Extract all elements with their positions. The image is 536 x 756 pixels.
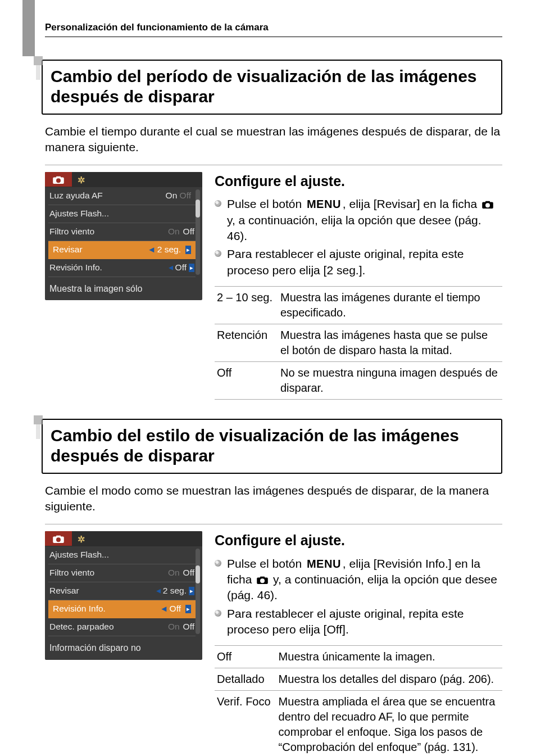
step-heading: Configure el ajuste. xyxy=(215,531,502,550)
camera-icon xyxy=(480,197,495,210)
menu-scrollbar xyxy=(196,189,200,275)
menu-item-label: Revisión Info. xyxy=(49,262,102,274)
step-heading: Configure el ajuste. xyxy=(215,172,502,191)
menu-scrollbar xyxy=(196,549,200,634)
section-title-1: Cambio del período de visualización de l… xyxy=(42,60,502,115)
menu-item-label: Filtro viento xyxy=(49,567,94,579)
menu-list-1: Luz ayuda AF On Off Ajustes Flash... Fil… xyxy=(45,187,202,278)
menu-item-value: Off xyxy=(183,622,194,631)
menu-item-label: Ajustes Flash... xyxy=(49,549,109,561)
side-tab-decoration xyxy=(22,0,35,56)
menu-item-value: Off xyxy=(183,227,194,236)
camera-menu-screenshot-2: ✲ Ajustes Flash... Filtro viento OnOff R… xyxy=(45,531,202,660)
tab-tools-icon: ✲ xyxy=(72,531,90,547)
menu-item-value: Off xyxy=(183,568,194,577)
menu-item-selected: Revisar ◂2 seg.▸ xyxy=(48,241,196,259)
menu-item-label: Ajustes Flash... xyxy=(49,208,109,220)
menu-item-label: Filtro viento xyxy=(49,226,94,238)
menu-item-value: Off xyxy=(175,262,187,274)
divider xyxy=(45,165,502,165)
menu-item-label: Detec. parpadeo xyxy=(49,621,114,633)
camera-icon xyxy=(255,573,270,586)
menu-item-value: 2 seg. xyxy=(163,585,187,597)
options-table-1: 2 – 10 seg.Muestra las imágenes durante … xyxy=(215,286,502,400)
menu-item-label: Luz ayuda AF xyxy=(49,190,103,202)
section-title-2: Cambio del estilo de visualización de la… xyxy=(42,419,502,474)
menu-item-value: On xyxy=(166,191,178,200)
section-lead-2: Cambie el modo como se muestran las imág… xyxy=(45,483,502,515)
menu-caption: Información disparo no xyxy=(45,637,202,660)
section-marker-icon xyxy=(34,415,43,424)
menu-caption: Muestra la imagen sólo xyxy=(45,278,202,301)
section-lead-1: Cambie el tiempo durante el cual se mues… xyxy=(45,124,502,156)
divider xyxy=(45,524,502,524)
instruction-item: Pulse el botón MENU, elija [Revisar] en … xyxy=(215,196,502,244)
menu-item-selected: Revisión Info. ◂Off▸ xyxy=(48,600,196,618)
camera-menu-screenshot-1: ✲ Luz ayuda AF On Off Ajustes Flash... F… xyxy=(45,172,202,301)
instruction-item: Para restablecer el ajuste original, rep… xyxy=(215,606,502,638)
tab-tools-icon: ✲ xyxy=(72,172,90,188)
tab-camera-icon xyxy=(45,172,72,187)
options-table-2: OffMuestra únicamente la imagen. Detalla… xyxy=(215,645,502,756)
breadcrumb: Personalización del funcionamiento de la… xyxy=(45,0,502,37)
instruction-item: Para restablecer el ajuste original, rep… xyxy=(215,246,502,278)
menu-item-label: Revisar xyxy=(49,585,79,597)
menu-glyph: MENU xyxy=(305,558,343,570)
section-marker-icon xyxy=(34,56,43,65)
tab-camera-icon xyxy=(45,531,72,546)
menu-list-2: Ajustes Flash... Filtro viento OnOff Rev… xyxy=(45,546,202,637)
instruction-item: Pulse el botón MENU, elija [Revisión Inf… xyxy=(215,556,502,604)
menu-glyph: MENU xyxy=(305,198,343,210)
